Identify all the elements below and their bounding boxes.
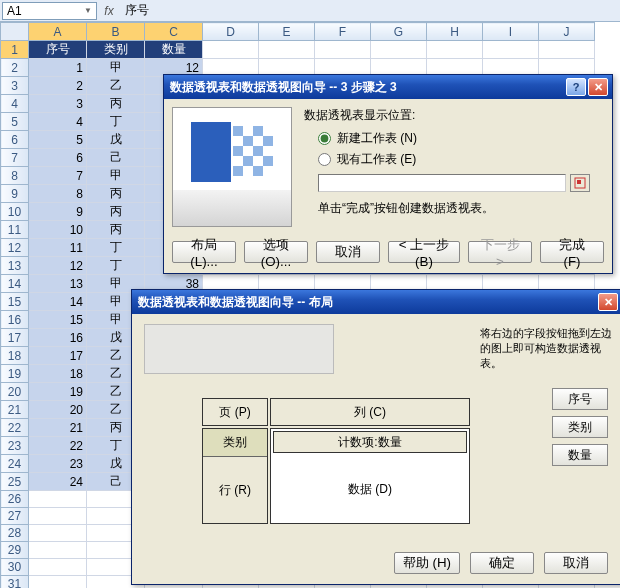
cell-D1[interactable] <box>203 41 259 59</box>
cell-A27[interactable] <box>29 508 87 525</box>
options-button[interactable]: 选项 (O)... <box>244 241 308 263</box>
cell-A2[interactable]: 1 <box>29 59 87 77</box>
cell-B3[interactable]: 乙 <box>87 77 145 95</box>
row-header-7[interactable]: 7 <box>1 149 29 167</box>
row-header-26[interactable]: 26 <box>1 491 29 508</box>
col-header-C[interactable]: C <box>145 23 203 41</box>
row-header-4[interactable]: 4 <box>1 95 29 113</box>
row-header-3[interactable]: 3 <box>1 77 29 95</box>
name-box[interactable]: A1 ▼ <box>2 2 97 20</box>
row-header-1[interactable]: 1 <box>1 41 29 59</box>
fx-button[interactable]: fx <box>99 4 119 18</box>
row-header-22[interactable]: 22 <box>1 419 29 437</box>
cell-A17[interactable]: 16 <box>29 329 87 347</box>
cell-G1[interactable] <box>371 41 427 59</box>
col-header-B[interactable]: B <box>87 23 145 41</box>
cell-A8[interactable]: 7 <box>29 167 87 185</box>
cell-A16[interactable]: 15 <box>29 311 87 329</box>
cell-B2[interactable]: 甲 <box>87 59 145 77</box>
radio-existing-input[interactable] <box>318 153 331 166</box>
close-icon[interactable]: ✕ <box>598 293 618 311</box>
column-drop[interactable]: 列 (C) <box>270 398 470 426</box>
data-drop[interactable]: 计数项:数量 数据 (D) <box>270 428 470 524</box>
cell-B12[interactable]: 丁 <box>87 239 145 257</box>
cell-A13[interactable]: 12 <box>29 257 87 275</box>
cell-A12[interactable]: 11 <box>29 239 87 257</box>
row-header-9[interactable]: 9 <box>1 185 29 203</box>
row-header-5[interactable]: 5 <box>1 113 29 131</box>
cell-A7[interactable]: 6 <box>29 149 87 167</box>
row-header-12[interactable]: 12 <box>1 239 29 257</box>
cell-A4[interactable]: 3 <box>29 95 87 113</box>
cell-A19[interactable]: 18 <box>29 365 87 383</box>
cell-B10[interactable]: 丙 <box>87 203 145 221</box>
finish-button[interactable]: 完成 (F) <box>540 241 604 263</box>
cell-I1[interactable] <box>483 41 539 59</box>
data-field-count[interactable]: 计数项:数量 <box>273 431 467 453</box>
row-header-6[interactable]: 6 <box>1 131 29 149</box>
cell-B11[interactable]: 丙 <box>87 221 145 239</box>
cell-A21[interactable]: 20 <box>29 401 87 419</box>
col-header-J[interactable]: J <box>539 23 595 41</box>
cell-A30[interactable] <box>29 559 87 576</box>
back-button[interactable]: < 上一步 (B) <box>388 241 460 263</box>
cell-A14[interactable]: 13 <box>29 275 87 293</box>
row-header-25[interactable]: 25 <box>1 473 29 491</box>
cell-A20[interactable]: 19 <box>29 383 87 401</box>
row-header-19[interactable]: 19 <box>1 365 29 383</box>
cell-B9[interactable]: 丙 <box>87 185 145 203</box>
cell-B13[interactable]: 丁 <box>87 257 145 275</box>
range-input[interactable] <box>318 174 566 192</box>
cell-C1[interactable]: 数量 <box>145 41 203 59</box>
row-header-15[interactable]: 15 <box>1 293 29 311</box>
row-drop[interactable]: 类别 行 (R) <box>202 428 268 524</box>
field-category[interactable]: 类别 <box>552 416 608 438</box>
row-field-category[interactable]: 类别 <box>203 429 267 457</box>
close-icon[interactable]: ✕ <box>588 78 608 96</box>
cell-A23[interactable]: 22 <box>29 437 87 455</box>
field-seq[interactable]: 序号 <box>552 388 608 410</box>
cell-H1[interactable] <box>427 41 483 59</box>
cell-B5[interactable]: 丁 <box>87 113 145 131</box>
cell-A15[interactable]: 14 <box>29 293 87 311</box>
help-icon[interactable]: ? <box>566 78 586 96</box>
cell-A22[interactable]: 21 <box>29 419 87 437</box>
row-header-18[interactable]: 18 <box>1 347 29 365</box>
col-header-I[interactable]: I <box>483 23 539 41</box>
radio-new-sheet[interactable]: 新建工作表 (N) <box>318 130 590 147</box>
cell-F1[interactable] <box>315 41 371 59</box>
cell-A18[interactable]: 17 <box>29 347 87 365</box>
cell-A10[interactable]: 9 <box>29 203 87 221</box>
cell-A25[interactable]: 24 <box>29 473 87 491</box>
row-header-27[interactable]: 27 <box>1 508 29 525</box>
layout-button[interactable]: 布局 (L)... <box>172 241 236 263</box>
formula-text[interactable]: 序号 <box>119 2 149 19</box>
row-header-11[interactable]: 11 <box>1 221 29 239</box>
row-header-14[interactable]: 14 <box>1 275 29 293</box>
col-header-G[interactable]: G <box>371 23 427 41</box>
col-header-E[interactable]: E <box>259 23 315 41</box>
row-header-29[interactable]: 29 <box>1 542 29 559</box>
cell-J1[interactable] <box>539 41 595 59</box>
col-header-F[interactable]: F <box>315 23 371 41</box>
row-header-20[interactable]: 20 <box>1 383 29 401</box>
cell-A3[interactable]: 2 <box>29 77 87 95</box>
select-all-corner[interactable] <box>1 23 29 41</box>
dialog-titlebar[interactable]: 数据透视表和数据透视图向导 -- 布局 ✕ <box>132 290 620 314</box>
cell-A29[interactable] <box>29 542 87 559</box>
row-header-31[interactable]: 31 <box>1 576 29 589</box>
cell-A28[interactable] <box>29 525 87 542</box>
cell-B1[interactable]: 类别 <box>87 41 145 59</box>
col-header-H[interactable]: H <box>427 23 483 41</box>
row-header-13[interactable]: 13 <box>1 257 29 275</box>
row-header-28[interactable]: 28 <box>1 525 29 542</box>
cell-A1[interactable]: 序号 <box>29 41 87 59</box>
page-drop[interactable]: 页 (P) <box>202 398 268 426</box>
cell-A9[interactable]: 8 <box>29 185 87 203</box>
cell-B6[interactable]: 戊 <box>87 131 145 149</box>
cell-A11[interactable]: 10 <box>29 221 87 239</box>
cell-B7[interactable]: 己 <box>87 149 145 167</box>
cancel-button[interactable]: 取消 <box>544 552 608 574</box>
row-header-24[interactable]: 24 <box>1 455 29 473</box>
row-header-23[interactable]: 23 <box>1 437 29 455</box>
